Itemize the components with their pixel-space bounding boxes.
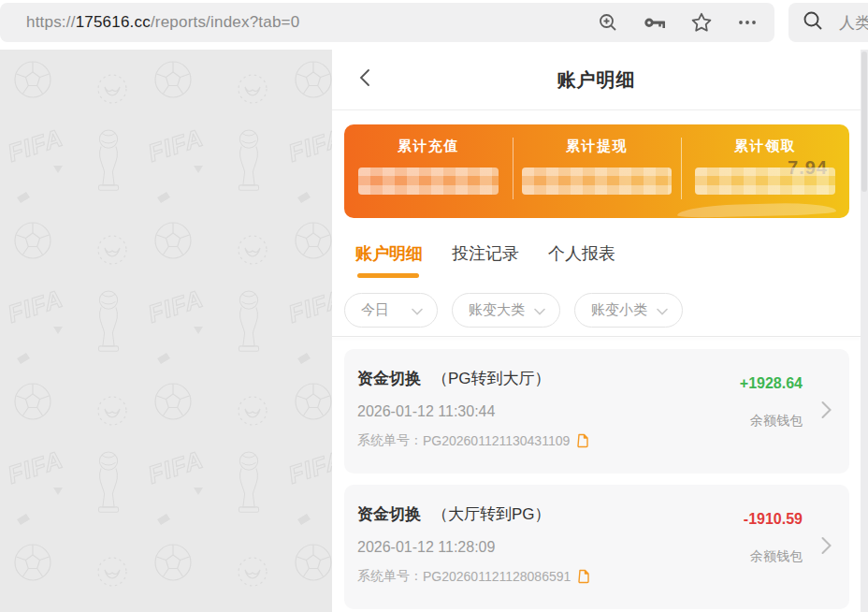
transaction-list: 资金切换 （PG转到大厅） 2026-01-12 11:30:44 系统单号： … xyxy=(332,337,861,609)
mosaic-blur xyxy=(522,168,672,195)
summary-value-masked xyxy=(522,168,672,195)
summary-col-deposit: 累计充值 xyxy=(344,124,513,218)
mosaic-blur xyxy=(695,168,835,195)
page-content: FIFA xyxy=(0,50,868,612)
background-pattern: FIFA xyxy=(0,50,332,612)
transaction-row[interactable]: 资金切换 （PG转到大厅） 2026-01-12 11:30:44 系统单号： … xyxy=(344,349,849,474)
summary-label: 累计充值 xyxy=(344,138,513,155)
txn-amount: -1910.59 xyxy=(744,511,803,528)
summary-label: 累计提现 xyxy=(513,138,681,155)
tab-account-detail[interactable]: 账户明细 xyxy=(355,242,423,278)
tab-label: 个人报表 xyxy=(548,242,615,265)
filter-label: 账变大类 xyxy=(469,301,525,319)
panel-header: 账户明细 xyxy=(332,50,861,110)
summary-label: 累计领取 xyxy=(681,138,849,155)
txn-wallet: 余额钱包 xyxy=(740,413,803,430)
url-prefix: https:// xyxy=(26,13,76,31)
filter-bar: 今日 账变大类 账变小类 xyxy=(344,293,861,328)
search-text[interactable]: 人类 xyxy=(839,12,868,34)
page-title: 账户明细 xyxy=(332,67,861,93)
browser-search-box[interactable]: 人类 xyxy=(788,3,868,42)
filter-label: 账变小类 xyxy=(591,301,647,319)
scrollbar[interactable] xyxy=(861,50,868,612)
mosaic-smudge xyxy=(677,202,836,218)
browser-toolbar: https://175616.cc/reports/index?tab=0 xyxy=(0,0,868,44)
chevron-down-icon xyxy=(412,302,423,318)
summary-col-withdraw: 累计提现 xyxy=(513,124,681,218)
chevron-down-icon xyxy=(657,302,668,318)
key-icon[interactable] xyxy=(643,11,667,34)
chevron-right-icon[interactable] xyxy=(821,401,832,423)
tab-bet-records[interactable]: 投注记录 xyxy=(452,242,519,278)
url-text[interactable]: https://175616.cc/reports/index?tab=0 xyxy=(26,13,597,32)
txn-order-label: 系统单号： xyxy=(357,432,423,449)
tab-bar: 账户明细 投注记录 个人报表 xyxy=(355,242,861,278)
scrollbar-thumb[interactable] xyxy=(861,51,867,192)
filter-label: 今日 xyxy=(361,301,389,319)
txn-direction: （PG转到大厅） xyxy=(432,368,551,389)
bookmark-star-icon[interactable] xyxy=(690,11,713,34)
copy-icon[interactable] xyxy=(577,569,590,584)
screen: https://175616.cc/reports/index?tab=0 xyxy=(0,0,868,612)
url-path: /reports/index?tab=0 xyxy=(151,13,299,31)
txn-type: 资金切换 xyxy=(357,368,421,389)
txn-type: 资金切换 xyxy=(357,503,421,525)
txn-amount: +1928.64 xyxy=(740,375,803,392)
zoom-in-icon[interactable] xyxy=(597,11,619,34)
search-icon xyxy=(802,9,824,36)
url-bar[interactable]: https://175616.cc/reports/index?tab=0 xyxy=(0,3,774,42)
txn-order-label: 系统单号： xyxy=(357,568,423,585)
active-tab-underline xyxy=(357,273,419,278)
filter-minor-category[interactable]: 账变小类 xyxy=(574,293,683,328)
tab-label: 投注记录 xyxy=(452,242,519,265)
summary-value-masked: 7.94 xyxy=(695,168,835,195)
summary-card: 累计充值 累计提现 累计领取 7.94 xyxy=(344,124,849,218)
txn-wallet: 余额钱包 xyxy=(744,548,803,565)
mosaic-blur xyxy=(358,168,499,195)
tab-personal-report[interactable]: 个人报表 xyxy=(548,242,615,278)
url-domain: 175616.cc xyxy=(76,13,151,31)
account-detail-panel: 账户明细 累计充值 累计提现 xyxy=(332,50,861,612)
ellipsis-icon[interactable] xyxy=(736,11,759,34)
summary-col-claim: 累计领取 7.94 xyxy=(681,124,849,218)
filter-date[interactable]: 今日 xyxy=(344,293,438,328)
tab-label: 账户明细 xyxy=(355,242,423,265)
copy-icon[interactable] xyxy=(576,433,589,448)
chevron-down-icon xyxy=(534,302,545,318)
filter-major-category[interactable]: 账变大类 xyxy=(452,293,560,328)
txn-order-number: PG202601121130431109 xyxy=(423,433,570,448)
txn-direction: （大厅转到PG） xyxy=(432,503,551,525)
summary-value-masked xyxy=(358,168,499,195)
chevron-right-icon[interactable] xyxy=(821,536,832,559)
txn-order-number: PG202601121128086591 xyxy=(423,569,571,584)
transaction-row[interactable]: 资金切换 （大厅转到PG） 2026-01-12 11:28:09 系统单号： … xyxy=(344,485,849,609)
